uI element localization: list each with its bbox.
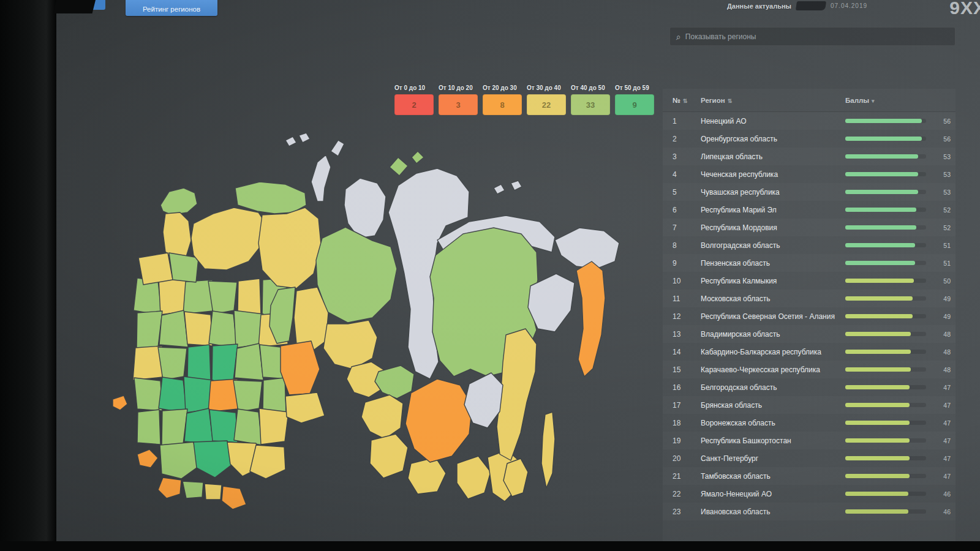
table-row[interactable]: 21Тамбовская область47	[663, 467, 956, 485]
map-region[interactable]	[212, 344, 238, 381]
map-region[interactable]	[390, 157, 408, 176]
map-region[interactable]	[361, 395, 403, 439]
map-region[interactable]	[233, 380, 262, 412]
row-number: 11	[663, 294, 701, 303]
table-row[interactable]: 7Республика Мордовия52	[663, 219, 956, 236]
map-region[interactable]	[194, 441, 233, 478]
map-region[interactable]	[541, 412, 555, 488]
table-row[interactable]: 8Волгоградская область51	[663, 236, 956, 254]
map-region[interactable]	[281, 341, 320, 395]
table-row[interactable]: 13Владимирская область48	[663, 325, 956, 343]
map-region[interactable]	[208, 281, 237, 314]
table-row[interactable]: 1Ненецкий АО56	[663, 112, 956, 130]
table-row[interactable]: 15Карачаево-Черкесская республика48	[663, 361, 956, 378]
map-region[interactable]	[137, 410, 160, 444]
table-row[interactable]: 22Ямало-Ненецкий АО46	[663, 485, 956, 503]
table-row[interactable]: 12Республика Северная Осетия - Алания49	[663, 307, 956, 325]
region-score: 48	[929, 348, 956, 356]
table-row[interactable]: 20Санкт-Петербург47	[663, 449, 956, 467]
map-region[interactable]	[137, 311, 162, 348]
row-number: 14	[663, 348, 701, 356]
map-region[interactable]	[169, 253, 198, 282]
table-row[interactable]: 5Чувашская республика53	[663, 183, 956, 201]
map-region[interactable]	[511, 181, 522, 190]
map-region[interactable]	[158, 478, 181, 498]
map-region[interactable]	[344, 178, 386, 238]
map-region[interactable]	[159, 310, 188, 347]
region-search[interactable]: ⌕	[669, 27, 956, 46]
map-region[interactable]	[183, 481, 203, 498]
map-region[interactable]	[158, 347, 187, 380]
table-row[interactable]: 10Республика Калмыкия50	[663, 272, 956, 290]
map-region[interactable]	[412, 151, 424, 163]
map-region[interactable]	[250, 445, 285, 479]
map-region[interactable]	[259, 408, 288, 444]
table-row[interactable]: 2Оренбургская область56	[663, 130, 956, 148]
region-score: 52	[929, 206, 956, 214]
map-region[interactable]	[183, 280, 213, 314]
map-region[interactable]	[234, 409, 262, 445]
map-region[interactable]	[408, 457, 446, 494]
region-score: 53	[929, 171, 956, 178]
map-region[interactable]	[316, 227, 397, 323]
map-region[interactable]	[405, 379, 472, 462]
table-row[interactable]: 14Кабардино-Балкарская республика48	[663, 343, 956, 361]
map-region[interactable]	[113, 395, 127, 410]
table-row[interactable]: 9Пензенская область51	[663, 254, 956, 272]
map-region[interactable]	[191, 208, 266, 270]
map-region[interactable]	[205, 484, 222, 500]
map-region[interactable]	[184, 408, 213, 444]
table-row[interactable]: 4Чеченская республика53	[663, 165, 956, 183]
table-row[interactable]: 19Республика Башкортостан47	[663, 432, 956, 449]
map-region[interactable]	[299, 133, 310, 143]
map-region[interactable]	[258, 208, 321, 288]
column-header-number[interactable]: №⇅	[663, 97, 701, 104]
table-row[interactable]: 6Республика Марий Эл52	[663, 201, 956, 219]
region-name: Кабардино-Балкарская республика	[701, 348, 845, 356]
region-name: Республика Мордовия	[701, 223, 845, 232]
map-region[interactable]	[555, 228, 619, 269]
table-row[interactable]: 3Липецкая область53	[663, 148, 956, 165]
map-region[interactable]	[370, 434, 408, 478]
map-region[interactable]	[160, 442, 198, 479]
map-region[interactable]	[576, 261, 605, 377]
map-region[interactable]	[457, 456, 491, 499]
map-region[interactable]	[209, 410, 238, 443]
map-region[interactable]	[263, 378, 286, 413]
map-region[interactable]	[134, 378, 162, 411]
map-region[interactable]	[494, 184, 505, 194]
column-header-region[interactable]: Регион⇅	[701, 97, 845, 104]
map-region[interactable]	[235, 182, 306, 214]
map-region[interactable]	[285, 137, 296, 146]
map-region[interactable]	[160, 188, 197, 215]
region-search-input[interactable]	[685, 32, 949, 41]
map-region[interactable]	[235, 343, 263, 380]
map-region[interactable]	[138, 253, 173, 285]
row-number: 9	[663, 259, 701, 268]
map-region[interactable]	[311, 155, 331, 201]
region-name: Липецкая область	[701, 152, 845, 161]
map-region[interactable]	[285, 392, 325, 423]
rating-button[interactable]: Рейтинг регионов	[126, 0, 217, 16]
map-region[interactable]	[137, 449, 158, 468]
map-region[interactable]	[187, 345, 211, 381]
russia-map[interactable]	[102, 104, 650, 533]
map-region[interactable]	[208, 379, 238, 412]
score-bar	[845, 456, 929, 460]
map-region[interactable]	[331, 140, 344, 156]
map-region[interactable]	[238, 279, 261, 315]
table-row[interactable]: 11Московская область49	[663, 290, 956, 307]
score-bar	[845, 243, 929, 247]
table-row[interactable]: 16Белгородская область47	[663, 378, 956, 396]
map-region[interactable]	[162, 409, 187, 445]
map-region[interactable]	[184, 312, 213, 346]
map-region[interactable]	[159, 377, 187, 413]
map-region[interactable]	[209, 311, 237, 348]
column-header-score[interactable]: Баллы▾	[845, 97, 929, 104]
map-region[interactable]	[133, 346, 162, 380]
map-region[interactable]	[323, 320, 377, 369]
table-row[interactable]: 23Ивановская область46	[663, 503, 956, 520]
table-row[interactable]: 18Воронежская область47	[663, 414, 956, 432]
map-region[interactable]	[222, 486, 246, 509]
table-row[interactable]: 17Брянская область47	[663, 396, 956, 414]
